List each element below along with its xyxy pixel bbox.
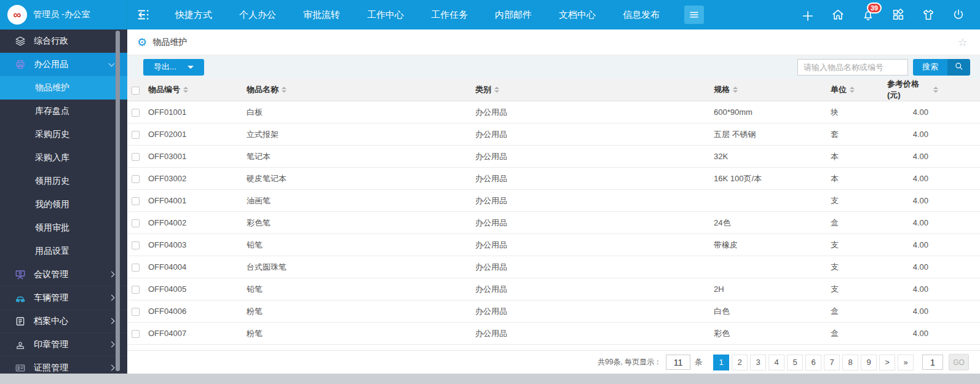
search-button[interactable]: 搜索 xyxy=(913,59,947,76)
items-table: 物品编号物品名称类别规格单位参考价格(元) OFF01001白板办公用品600*… xyxy=(127,79,980,345)
chevron-right-icon xyxy=(109,365,115,371)
page-size-input[interactable] xyxy=(666,355,690,370)
cell-unit: 盒 xyxy=(831,323,887,345)
table-row[interactable]: OFF04003铅笔办公用品带橡皮支4.00 xyxy=(127,234,980,256)
topnav-item[interactable]: 文档中心 xyxy=(559,9,596,21)
sidebar-item-库存盘点[interactable]: 库存盘点 xyxy=(0,100,127,123)
sort-icon[interactable] xyxy=(850,87,855,93)
page-button[interactable]: 2 xyxy=(732,355,748,370)
select-all-column xyxy=(127,79,148,101)
table-row[interactable]: OFF04006粉笔办公用品白色盒4.00 xyxy=(127,300,980,323)
row-checkbox[interactable] xyxy=(132,131,140,139)
app-window: ∞ 管理员 -办公室 快捷方式个人办公审批流转工作中心工作任务内部邮件文档中心信… xyxy=(0,0,980,374)
cell-unit: 盒 xyxy=(831,212,887,234)
plus-icon[interactable] xyxy=(801,8,815,22)
page-button[interactable]: 7 xyxy=(824,355,840,370)
table-row[interactable]: OFF04004台式圆珠笔办公用品支4.00 xyxy=(127,256,980,278)
row-checkbox[interactable] xyxy=(132,175,140,183)
table-row[interactable]: OFF03001笔记本办公用品32K本4.00 xyxy=(127,146,980,168)
collapse-menu-icon[interactable] xyxy=(136,7,152,23)
chevron-right-icon xyxy=(109,272,115,278)
row-checkbox[interactable] xyxy=(132,286,140,294)
bell-icon[interactable]: 39 xyxy=(861,8,875,22)
sidebar-item-我的领用[interactable]: 我的领用 xyxy=(0,193,127,216)
table-row[interactable]: OFF01001白板办公用品600*90mm块4.00 xyxy=(127,101,980,123)
sort-icon[interactable] xyxy=(494,87,499,93)
search-input[interactable] xyxy=(797,59,908,76)
go-button[interactable]: GO xyxy=(949,354,969,370)
topnav-item[interactable]: 快捷方式 xyxy=(175,9,212,21)
topnav-item[interactable]: 工作中心 xyxy=(367,9,404,21)
row-checkbox[interactable] xyxy=(132,241,140,249)
theme-shirt-icon[interactable] xyxy=(922,8,935,22)
sidebar-group-会议管理[interactable]: 会议管理 xyxy=(0,263,127,286)
next-page-button[interactable]: > xyxy=(879,355,895,370)
sort-icon[interactable] xyxy=(282,87,286,93)
table-row[interactable]: OFF04007粉笔办公用品彩色盒4.00 xyxy=(127,323,980,345)
topnav-item[interactable]: 工作任务 xyxy=(431,9,468,21)
sort-icon[interactable] xyxy=(183,87,188,93)
cell-category: 办公用品 xyxy=(475,323,714,345)
row-checkbox[interactable] xyxy=(132,330,140,338)
archive-icon xyxy=(15,316,26,327)
table-row[interactable]: OFF03002硬皮笔记本办公用品16K 100页/本本4.00 xyxy=(127,168,980,190)
sort-icon[interactable] xyxy=(733,87,738,93)
sidebar-group-证照管理[interactable]: 证照管理 xyxy=(0,356,127,374)
page-button[interactable]: 6 xyxy=(805,355,821,370)
cell-price: 4.00 xyxy=(887,212,980,234)
row-checkbox[interactable] xyxy=(132,264,140,272)
table-row[interactable]: OFF04002彩色笔办公用品24色盒4.00 xyxy=(127,212,980,234)
more-menu-button[interactable] xyxy=(684,6,704,24)
search-icon xyxy=(954,61,964,73)
row-checkbox[interactable] xyxy=(132,153,140,161)
page-button[interactable]: 9 xyxy=(861,355,877,370)
sidebar-item-采购入库[interactable]: 采购入库 xyxy=(0,146,127,170)
sidebar-item-采购历史[interactable]: 采购历史 xyxy=(0,123,127,146)
search-icon-button[interactable] xyxy=(947,59,970,76)
page-button[interactable]: 4 xyxy=(769,355,784,370)
cell-checkbox xyxy=(127,234,148,256)
row-checkbox[interactable] xyxy=(132,197,140,205)
page-button[interactable]: 5 xyxy=(787,355,803,370)
sidebar-item-领用审批[interactable]: 领用审批 xyxy=(0,216,127,240)
sidebar-item-用品设置[interactable]: 用品设置 xyxy=(0,240,127,263)
select-all-checkbox[interactable] xyxy=(132,87,140,95)
page-button[interactable]: 3 xyxy=(750,355,766,370)
cell-price: 4.00 xyxy=(887,300,980,323)
sidebar-group-档案中心[interactable]: 档案中心 xyxy=(0,310,127,333)
cell-category: 办公用品 xyxy=(475,300,714,323)
cell-unit: 本 xyxy=(831,146,887,168)
topnav-item[interactable]: 信息发布 xyxy=(623,9,660,21)
export-button[interactable]: 导出... xyxy=(143,59,204,76)
table-row[interactable]: OFF04005铅笔办公用品2H支4.00 xyxy=(127,278,980,300)
company-logo[interactable]: ∞ xyxy=(7,5,27,25)
page-button[interactable]: 8 xyxy=(842,355,858,370)
last-page-button[interactable]: » xyxy=(898,355,914,370)
sort-icon[interactable] xyxy=(933,87,938,93)
topnav-item[interactable]: 审批流转 xyxy=(303,9,340,21)
topnav-item[interactable]: 个人办公 xyxy=(239,9,276,21)
favorite-star-icon[interactable]: ☆ xyxy=(958,37,968,48)
cell-name: 铅笔 xyxy=(247,278,475,300)
sidebar-group-综合行政[interactable]: 综合行政 xyxy=(0,29,127,53)
page-button[interactable]: 1 xyxy=(713,355,729,370)
power-icon[interactable] xyxy=(952,8,965,22)
cell-code: OFF03001 xyxy=(148,146,247,168)
row-checkbox[interactable] xyxy=(132,308,140,316)
sidebar-group-车辆管理[interactable]: 车辆管理 xyxy=(0,286,127,310)
search-area: 搜索 xyxy=(797,59,970,76)
home-icon[interactable] xyxy=(831,8,845,22)
sidebar-group-办公用品[interactable]: 办公用品 xyxy=(0,53,127,76)
table-row[interactable]: OFF02001立式报架办公用品五层 不锈钢套4.00 xyxy=(127,123,980,146)
apps-icon[interactable] xyxy=(891,8,905,22)
sidebar-scrollbar[interactable] xyxy=(116,31,120,371)
row-checkbox[interactable] xyxy=(132,219,140,227)
row-checkbox[interactable] xyxy=(132,109,140,117)
goto-page-input[interactable] xyxy=(922,355,943,370)
topnav-item[interactable]: 内部邮件 xyxy=(495,9,532,21)
sidebar-group-印章管理[interactable]: 印章管理 xyxy=(0,333,127,356)
sidebar-item-物品维护[interactable]: 物品维护 xyxy=(0,76,127,100)
sidebar-item-领用历史[interactable]: 领用历史 xyxy=(0,170,127,193)
cell-name: 台式圆珠笔 xyxy=(247,256,475,278)
table-row[interactable]: OFF04001油画笔办公用品支4.00 xyxy=(127,190,980,212)
